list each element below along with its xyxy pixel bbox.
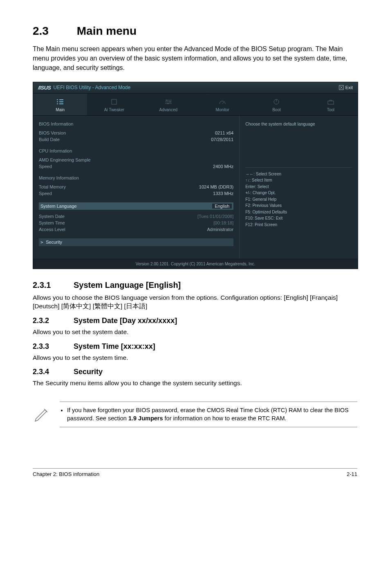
tab-bar: Main Ai Tweaker Advanced Monitor Boot To…	[33, 94, 358, 116]
gauge-icon	[218, 99, 226, 105]
tab-ai-tweaker[interactable]: Ai Tweaker	[87, 94, 141, 115]
key-hint: F5: Optimized Defaults	[245, 209, 352, 215]
page-heading: 2.3 Main menu	[33, 25, 357, 38]
bios-title: UEFI BIOS Utility - Advanced Mode	[53, 85, 130, 90]
cpu-info-section: CPU Information AMD Engineering Sample S…	[39, 148, 233, 170]
note-suffix: for information on how to erase the RTC …	[163, 415, 287, 422]
chip-icon	[110, 99, 118, 105]
bios-main-panel: BIOS Information BIOS Version0211 x64 Bu…	[33, 116, 240, 259]
section-231-body: Allows you to choose the BIOS language v…	[33, 293, 357, 311]
intro-text: The Main menu screen appears when you en…	[33, 44, 357, 73]
tab-label: Monitor	[197, 108, 248, 112]
section-label: CPU Information	[39, 148, 233, 153]
tab-label: Boot	[251, 108, 302, 112]
section-232-body: Allows you to set the system date.	[33, 328, 357, 337]
note-pen-icon	[33, 402, 51, 424]
bios-footer: Version 2.00.1201. Copyright (C) 2011 Am…	[33, 259, 358, 269]
note-block: If you have forgotten your BIOS password…	[33, 397, 357, 427]
mem-info-section: Memory Information Total Memory1024 MB (…	[39, 175, 233, 197]
note-text: If you have forgotten your BIOS password…	[60, 402, 357, 427]
heading-title: Main menu	[77, 25, 137, 37]
item-value: English	[212, 204, 232, 209]
key-legend: →←: Select Screen ↑↓: Select Item Enter:…	[245, 167, 352, 228]
info-row: BIOS Version0211 x64	[39, 130, 233, 136]
heading-num: 2.3	[33, 25, 74, 38]
section-233-heading: 2.3.3System Time [xx:xx:xx]	[33, 342, 357, 351]
page-footer: Chapter 2: BIOS information 2-11	[33, 468, 357, 477]
exit-button[interactable]: Exit	[339, 85, 353, 90]
section-232-heading: 2.3.2System Date [Day xx/xx/xxxx]	[33, 316, 357, 325]
section-label: Memory Information	[39, 175, 233, 180]
tab-advanced[interactable]: Advanced	[141, 94, 195, 115]
info-row: Speed1333 MHz	[39, 190, 233, 197]
info-row: Speed2400 MHz	[39, 163, 233, 170]
brand-logo: /ISUS	[38, 85, 51, 91]
key-hint: →←: Select Screen	[245, 171, 352, 177]
bios-help-panel: Choose the system default language →←: S…	[240, 116, 358, 259]
key-hint: Enter: Select	[245, 184, 352, 190]
footer-left: Chapter 2: BIOS information	[33, 471, 99, 477]
tab-label: Advanced	[143, 108, 194, 112]
section-233-body: Allows you to set the system time.	[33, 353, 357, 362]
tab-label: Tool	[305, 108, 356, 112]
list-icon	[56, 99, 64, 105]
key-hint: F1: General Help	[245, 196, 352, 203]
chevron-right-icon: >	[40, 240, 46, 245]
svg-point-3	[169, 101, 170, 102]
exit-label: Exit	[345, 85, 353, 90]
exit-icon	[339, 85, 344, 90]
sliders-icon	[164, 99, 173, 105]
key-hint: F10: Save ESC: Exit	[245, 215, 352, 222]
power-icon	[272, 99, 280, 105]
datetime-section: System Date[Tues 01/01/2008] System Time…	[39, 213, 233, 233]
tab-label: Main	[35, 108, 85, 112]
help-text: Choose the system default language	[245, 121, 352, 126]
bios-screenshot: /ISUS UEFI BIOS Utility - Advanced Mode …	[33, 82, 358, 269]
key-hint: ↑↓: Select Item	[245, 177, 352, 184]
item-label: System Language	[40, 204, 77, 209]
system-language-item[interactable]: System Language English	[39, 202, 233, 210]
system-date-item[interactable]: System Date[Tues 01/01/2008]	[39, 213, 233, 220]
security-submenu[interactable]: > Security	[39, 238, 233, 246]
info-row: Total Memory1024 MB (DDR3)	[39, 184, 233, 190]
submenu-label: Security	[46, 240, 62, 245]
svg-point-4	[167, 103, 168, 104]
bios-body: BIOS Information BIOS Version0211 x64 Bu…	[33, 116, 358, 259]
footer-right: 2-11	[347, 471, 357, 477]
svg-point-2	[166, 99, 167, 101]
toolbox-icon	[327, 99, 335, 105]
bios-titlebar: /ISUS UEFI BIOS Utility - Advanced Mode …	[33, 82, 358, 94]
info-row: Build Date07/28/2011	[39, 136, 233, 143]
bios-info-section: BIOS Information BIOS Version0211 x64 Bu…	[39, 121, 233, 143]
section-234-heading: 2.3.4Security	[33, 368, 357, 376]
svg-rect-6	[328, 101, 334, 104]
info-row: AMD Engineering Sample	[39, 157, 233, 163]
section-234-body: The Security menu items allow you to cha…	[33, 379, 357, 388]
tab-boot[interactable]: Boot	[249, 94, 303, 115]
section-label: BIOS Information	[39, 121, 233, 126]
key-hint: F12: Print Screen	[245, 222, 352, 228]
access-level-item: Access LevelAdministrator	[39, 226, 233, 233]
section-231-heading: 2.3.1System Language [English]	[33, 281, 357, 290]
note-bold: 1.9 Jumpers	[128, 415, 163, 422]
tab-tool[interactable]: Tool	[304, 94, 358, 115]
svg-rect-1	[112, 99, 117, 104]
tab-monitor[interactable]: Monitor	[195, 94, 249, 115]
tab-main[interactable]: Main	[33, 94, 87, 115]
system-time-item[interactable]: System Time[00:18:18]	[39, 220, 233, 226]
key-hint: F2: Previous Values	[245, 202, 352, 209]
key-hint: +/-: Change Opt.	[245, 190, 352, 196]
tab-label: Ai Tweaker	[89, 108, 139, 112]
